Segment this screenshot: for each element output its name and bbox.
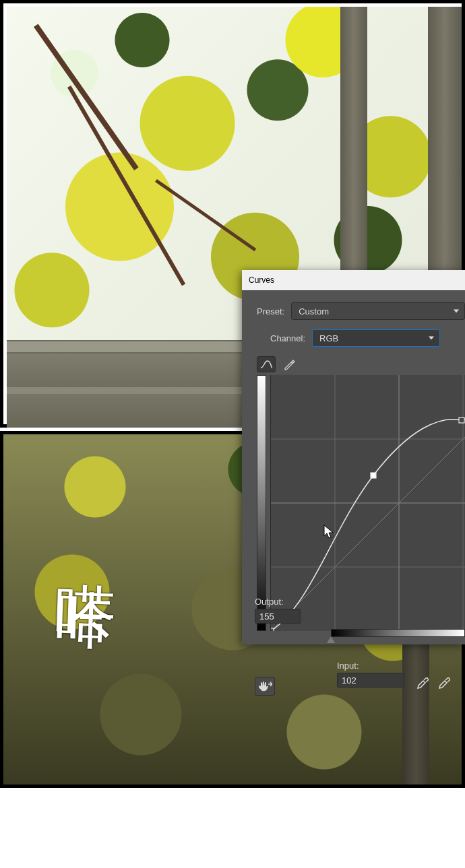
- curve-point[interactable]: [459, 418, 464, 423]
- on-image-adjust-button[interactable]: [255, 677, 275, 696]
- black-point-eyedropper[interactable]: [416, 677, 429, 690]
- svg-rect-7: [271, 628, 274, 631]
- preset-label: Preset:: [257, 306, 284, 316]
- output-gradient-bar[interactable]: [257, 375, 266, 631]
- preset-value: Custom: [299, 306, 329, 316]
- eyedropper-group: [416, 677, 451, 690]
- curve-tool-button[interactable]: [257, 356, 276, 372]
- channel-select[interactable]: RGB: [312, 329, 440, 347]
- output-field-group: Output:: [255, 597, 315, 624]
- gray-point-eyedropper[interactable]: [437, 677, 451, 690]
- dialog-titlebar[interactable]: Curves: [242, 270, 465, 290]
- black-point-slider[interactable]: [331, 637, 465, 646]
- eyedropper-icon: [437, 677, 451, 690]
- channel-value: RGB: [319, 333, 338, 343]
- eyedropper-icon: [416, 677, 429, 690]
- output-input[interactable]: [255, 609, 301, 624]
- output-label: Output:: [255, 597, 315, 607]
- slider-handle-icon[interactable]: [327, 636, 335, 643]
- pencil-tool-button[interactable]: [280, 356, 299, 372]
- hand-adjust-icon: [257, 680, 272, 692]
- curve-icon: [259, 359, 273, 370]
- input-gradient-bar[interactable]: [331, 629, 465, 637]
- channel-label: Channel:: [270, 333, 305, 343]
- pencil-icon: [283, 358, 295, 370]
- input-field-group: Input:: [337, 661, 418, 688]
- dialog-title: Curves: [249, 275, 274, 285]
- curves-graph[interactable]: [270, 375, 465, 631]
- curves-dialog[interactable]: Curves Preset: Custom Channel: RGB: [242, 270, 465, 644]
- input-label: Input:: [337, 661, 418, 671]
- input-input[interactable]: [337, 673, 404, 688]
- curve-point-selected[interactable]: [371, 473, 376, 478]
- preset-select[interactable]: Custom: [291, 302, 465, 320]
